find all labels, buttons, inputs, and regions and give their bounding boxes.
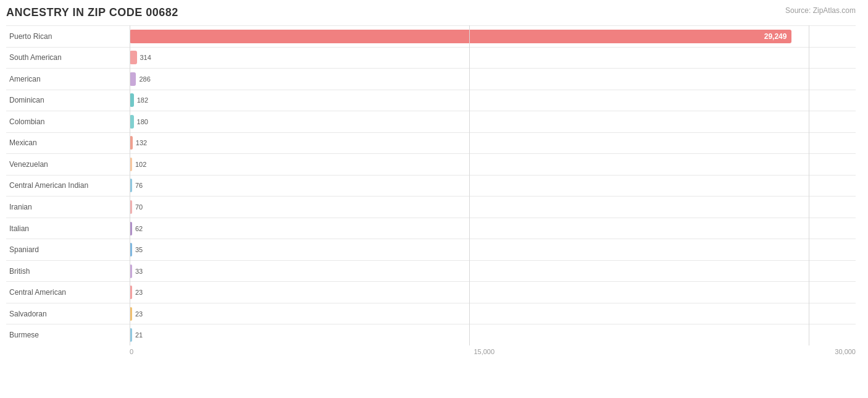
bar-fill — [130, 93, 134, 107]
bar-track: 21 — [130, 328, 856, 342]
bar-value-label: 314 — [140, 54, 151, 61]
bar-value-label: 33 — [135, 268, 143, 275]
x-axis-label: 30,000 — [835, 348, 856, 355]
bar-label: Central American — [6, 288, 130, 297]
bar-label: South American — [6, 53, 130, 62]
bar-row: Dominican182 — [6, 90, 856, 111]
bar-value-label: 23 — [135, 289, 143, 296]
bars-section: Puerto Rican29,249South American314Ameri… — [6, 25, 856, 345]
bar-fill: 29,249 — [130, 30, 791, 43]
bar-value-label: 180 — [137, 118, 148, 125]
bar-value-label: 132 — [136, 139, 147, 146]
bar-row: Iranian70 — [6, 196, 856, 218]
bar-track: 76 — [130, 179, 856, 192]
bar-track: 182 — [130, 93, 856, 107]
bar-track: 314 — [130, 51, 856, 64]
bar-row: Burmese21 — [6, 324, 856, 345]
bar-fill — [130, 328, 132, 342]
bar-label: Puerto Rican — [6, 32, 130, 41]
bar-track: 29,249 — [130, 30, 856, 43]
bar-label: Dominican — [6, 96, 130, 104]
x-axis-label: 15,000 — [133, 348, 835, 355]
bar-label: Mexican — [6, 138, 130, 147]
bar-track: 23 — [130, 286, 856, 299]
bar-row: Spaniard35 — [6, 239, 856, 260]
bar-row: Central American23 — [6, 281, 856, 303]
bar-label: Central American Indian — [6, 181, 130, 190]
bar-label: Colombian — [6, 117, 130, 126]
bar-track: 102 — [130, 158, 856, 171]
bar-fill — [130, 179, 132, 192]
bar-row: Italian62 — [6, 218, 856, 239]
bar-value-label: 76 — [135, 182, 143, 189]
bar-track: 286 — [130, 72, 856, 86]
bar-fill — [130, 243, 132, 256]
bar-track: 132 — [130, 136, 856, 150]
bar-track: 180 — [130, 115, 856, 129]
bar-track: 70 — [130, 200, 856, 214]
bar-fill — [130, 286, 132, 299]
bar-track: 62 — [130, 222, 856, 235]
bar-value-label: 102 — [135, 161, 146, 168]
bar-track: 33 — [130, 265, 856, 278]
bar-row: Salvadoran23 — [6, 303, 856, 324]
bar-fill — [130, 200, 132, 214]
bar-fill — [130, 307, 132, 321]
bar-fill — [130, 72, 136, 86]
bar-value-inside: 29,249 — [764, 32, 787, 41]
bar-row: South American314 — [6, 47, 856, 69]
source-label: Source: ZipAtlas.com — [785, 6, 856, 15]
bar-track: 23 — [130, 307, 856, 321]
bar-row: Colombian180 — [6, 111, 856, 132]
bar-fill — [130, 51, 137, 64]
bar-fill — [130, 115, 134, 129]
bar-fill — [130, 158, 132, 171]
bar-fill — [130, 265, 132, 278]
bar-value-label: 35 — [135, 246, 143, 253]
bar-row: American286 — [6, 68, 856, 90]
bar-value-label: 23 — [135, 310, 143, 318]
chart-title: ANCESTRY IN ZIP CODE 00682 — [6, 6, 856, 19]
bar-value-label: 62 — [135, 225, 143, 232]
bar-label: Venezuelan — [6, 160, 130, 169]
bar-track: 35 — [130, 243, 856, 256]
chart-area: Puerto Rican29,249South American314Ameri… — [6, 25, 856, 355]
bar-label: American — [6, 75, 130, 83]
bar-row: Mexican132 — [6, 132, 856, 154]
bar-row: Central American Indian76 — [6, 175, 856, 197]
bar-value-label: 182 — [137, 96, 148, 104]
bar-label: Italian — [6, 224, 130, 233]
chart-container: ANCESTRY IN ZIP CODE 00682 Source: ZipAt… — [0, 0, 868, 398]
bar-label: Iranian — [6, 203, 130, 211]
x-axis: 015,00030,000 — [6, 348, 856, 355]
bar-label: British — [6, 267, 130, 276]
bar-label: Spaniard — [6, 245, 130, 254]
bar-label: Burmese — [6, 331, 130, 339]
bar-row: Puerto Rican29,249 — [6, 25, 856, 47]
bar-fill — [130, 136, 133, 150]
bar-value-label: 21 — [135, 331, 143, 339]
bar-label: Salvadoran — [6, 310, 130, 318]
bar-fill — [130, 222, 132, 235]
bar-row: British33 — [6, 260, 856, 282]
bar-value-label: 70 — [135, 203, 143, 211]
bar-value-label: 286 — [139, 75, 150, 83]
bar-row: Venezuelan102 — [6, 153, 856, 175]
